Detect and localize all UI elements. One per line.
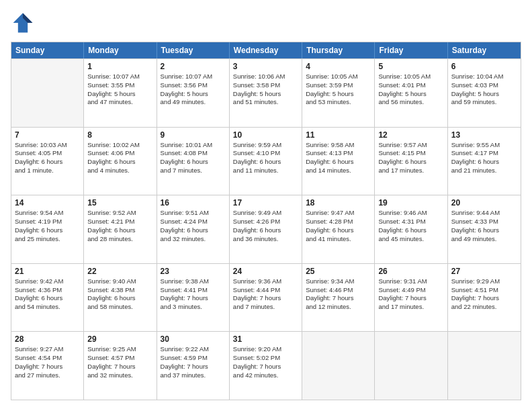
calendar-cell: 6Sunrise: 10:04 AMSunset: 4:03 PMDayligh… bbox=[448, 59, 521, 127]
cell-line: Daylight: 7 hours bbox=[378, 294, 443, 303]
cell-line: and 14 minutes. bbox=[306, 167, 371, 175]
calendar-cell: 17Sunrise: 9:49 AMSunset: 4:26 PMDayligh… bbox=[230, 195, 302, 263]
day-number: 9 bbox=[161, 130, 226, 140]
cell-line: Sunrise: 10:01 AM bbox=[161, 141, 226, 150]
cell-line: and 49 minutes. bbox=[451, 235, 517, 244]
cell-line: Daylight: 6 hours bbox=[15, 294, 80, 303]
cell-line: Sunrise: 9:58 AM bbox=[306, 141, 371, 150]
cell-line: Daylight: 5 hours bbox=[233, 90, 298, 99]
cell-line: Sunset: 4:36 PM bbox=[15, 286, 80, 295]
day-number: 23 bbox=[161, 267, 226, 276]
cell-line: Daylight: 7 hours bbox=[161, 363, 226, 371]
cell-line: and 4 minutes. bbox=[87, 167, 152, 175]
cell-line: Daylight: 6 hours bbox=[87, 294, 152, 303]
cell-line: and 58 minutes. bbox=[87, 303, 152, 312]
calendar-cell: 8Sunrise: 10:02 AMSunset: 4:06 PMDayligh… bbox=[84, 128, 157, 195]
calendar-cell: 30Sunrise: 9:22 AMSunset: 4:59 PMDayligh… bbox=[157, 332, 230, 400]
cell-line: Daylight: 6 hours bbox=[87, 158, 152, 167]
cell-line: Sunrise: 9:29 AM bbox=[451, 277, 517, 286]
day-number: 31 bbox=[233, 334, 298, 344]
cell-line: Sunset: 4:31 PM bbox=[378, 218, 443, 226]
cell-line: Daylight: 7 hours bbox=[15, 363, 80, 371]
cell-line: Daylight: 6 hours bbox=[378, 158, 443, 167]
calendar-cell: 16Sunrise: 9:51 AMSunset: 4:24 PMDayligh… bbox=[157, 195, 230, 263]
cell-line: Sunrise: 9:59 AM bbox=[233, 141, 298, 150]
cell-line: Sunrise: 10:04 AM bbox=[451, 73, 517, 81]
cell-line: and 7 minutes. bbox=[233, 303, 298, 312]
cell-line: Sunset: 3:58 PM bbox=[233, 81, 298, 90]
cell-line: Sunset: 3:55 PM bbox=[87, 81, 152, 90]
cell-line: Sunset: 3:56 PM bbox=[161, 81, 226, 90]
day-number: 10 bbox=[233, 130, 298, 140]
cell-line: Daylight: 7 hours bbox=[233, 363, 298, 371]
calendar-cell: 20Sunrise: 9:44 AMSunset: 4:33 PMDayligh… bbox=[448, 195, 521, 263]
cell-line: Sunrise: 10:07 AM bbox=[161, 73, 226, 81]
calendar-cell: 26Sunrise: 9:31 AMSunset: 4:49 PMDayligh… bbox=[375, 264, 447, 332]
cell-line: Sunset: 4:03 PM bbox=[451, 81, 517, 90]
day-number: 30 bbox=[161, 334, 226, 344]
cell-line: Daylight: 5 hours bbox=[378, 90, 443, 99]
day-number: 28 bbox=[15, 334, 80, 344]
cell-line: and 1 minute. bbox=[15, 167, 80, 175]
calendar-cell: 11Sunrise: 9:58 AMSunset: 4:13 PMDayligh… bbox=[302, 128, 375, 195]
cell-line: and 37 minutes. bbox=[161, 371, 226, 380]
calendar-cell: 29Sunrise: 9:25 AMSunset: 4:57 PMDayligh… bbox=[84, 332, 157, 400]
cell-line: and 3 minutes. bbox=[161, 303, 226, 312]
cell-line: Daylight: 5 hours bbox=[306, 90, 371, 99]
cell-line: Sunset: 4:51 PM bbox=[451, 286, 517, 295]
cell-line: Daylight: 6 hours bbox=[306, 226, 371, 235]
cell-line: Sunset: 4:38 PM bbox=[87, 286, 152, 295]
cell-line: Sunrise: 9:49 AM bbox=[233, 209, 298, 218]
day-number: 4 bbox=[306, 62, 371, 71]
calendar-row-3: 14Sunrise: 9:54 AMSunset: 4:19 PMDayligh… bbox=[11, 195, 521, 263]
calendar-cell: 13Sunrise: 9:55 AMSunset: 4:17 PMDayligh… bbox=[448, 128, 521, 195]
calendar-cell: 10Sunrise: 9:59 AMSunset: 4:10 PMDayligh… bbox=[230, 128, 302, 195]
cell-line: Daylight: 6 hours bbox=[87, 226, 152, 235]
day-number: 19 bbox=[378, 198, 443, 208]
cell-line: Daylight: 7 hours bbox=[233, 294, 298, 303]
cell-line: and 27 minutes. bbox=[15, 371, 80, 380]
day-number: 5 bbox=[378, 62, 443, 71]
cell-line: Sunset: 4:44 PM bbox=[233, 286, 298, 295]
day-number: 22 bbox=[87, 267, 152, 276]
cell-line: Sunset: 4:01 PM bbox=[378, 81, 443, 90]
calendar-cell bbox=[11, 59, 84, 127]
cell-line: Sunset: 4:54 PM bbox=[15, 354, 80, 363]
calendar-header-row: SundayMondayTuesdayWednesdayThursdayFrid… bbox=[11, 42, 521, 58]
header-cell-monday: Monday bbox=[84, 42, 157, 58]
cell-line: Daylight: 6 hours bbox=[15, 226, 80, 235]
day-number: 11 bbox=[306, 130, 371, 140]
cell-line: Sunset: 4:10 PM bbox=[233, 149, 298, 158]
calendar-cell: 24Sunrise: 9:36 AMSunset: 4:44 PMDayligh… bbox=[230, 264, 302, 332]
logo-icon bbox=[11, 11, 35, 35]
cell-line: Sunrise: 9:44 AM bbox=[451, 209, 517, 218]
day-number: 26 bbox=[378, 267, 443, 276]
calendar-cell: 15Sunrise: 9:52 AMSunset: 4:21 PMDayligh… bbox=[84, 195, 157, 263]
cell-line: Sunset: 4:08 PM bbox=[161, 149, 226, 158]
cell-line: Sunrise: 9:52 AM bbox=[87, 209, 152, 218]
calendar-cell: 18Sunrise: 9:47 AMSunset: 4:28 PMDayligh… bbox=[302, 195, 375, 263]
cell-line: Sunset: 4:46 PM bbox=[306, 286, 371, 295]
calendar-cell: 31Sunrise: 9:20 AMSunset: 5:02 PMDayligh… bbox=[230, 332, 302, 400]
header-cell-wednesday: Wednesday bbox=[230, 42, 302, 58]
cell-line: Sunrise: 9:47 AM bbox=[306, 209, 371, 218]
cell-line: Sunset: 4:57 PM bbox=[87, 354, 152, 363]
cell-line: and 41 minutes. bbox=[306, 235, 371, 244]
cell-line: Sunrise: 10:03 AM bbox=[15, 141, 80, 150]
cell-line: Daylight: 6 hours bbox=[306, 158, 371, 167]
calendar-cell: 5Sunrise: 10:05 AMSunset: 4:01 PMDayligh… bbox=[375, 59, 447, 127]
cell-line: and 47 minutes. bbox=[87, 98, 152, 107]
cell-line: Sunset: 4:05 PM bbox=[15, 149, 80, 158]
cell-line: Sunrise: 9:55 AM bbox=[451, 141, 517, 150]
cell-line: Sunrise: 10:07 AM bbox=[87, 73, 152, 81]
cell-line: Sunrise: 10:05 AM bbox=[306, 73, 371, 81]
cell-line: Sunrise: 9:22 AM bbox=[161, 345, 226, 354]
day-number: 20 bbox=[451, 198, 517, 208]
cell-line: and 42 minutes. bbox=[233, 371, 298, 380]
cell-line: Sunset: 4:41 PM bbox=[161, 286, 226, 295]
cell-line: and 56 minutes. bbox=[378, 98, 443, 107]
cell-line: and 32 minutes. bbox=[87, 371, 152, 380]
day-number: 18 bbox=[306, 198, 371, 208]
cell-line: Sunset: 5:02 PM bbox=[233, 354, 298, 363]
cell-line: Daylight: 5 hours bbox=[87, 90, 152, 99]
